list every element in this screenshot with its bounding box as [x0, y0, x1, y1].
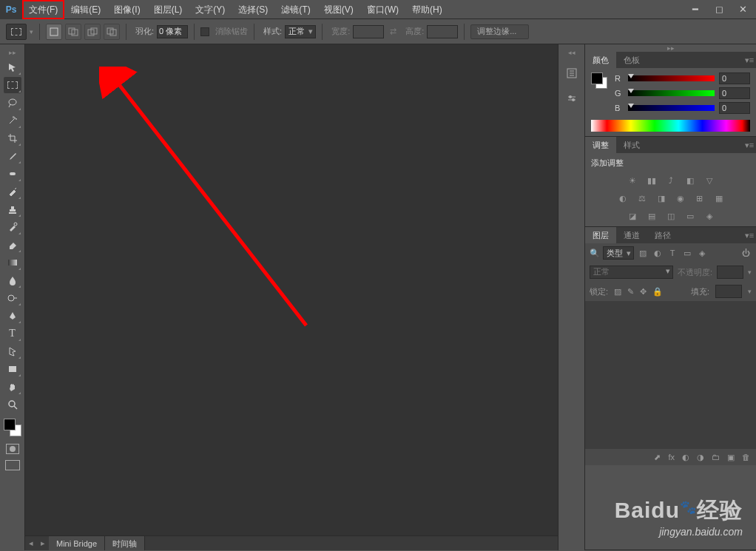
menu-select[interactable]: 选择(S)	[232, 0, 274, 19]
threshold-icon[interactable]: ◫	[665, 210, 677, 222]
filter-pixel-icon[interactable]: ▨	[637, 247, 649, 259]
menu-filter[interactable]: 滤镜(T)	[274, 0, 317, 19]
shape-tool[interactable]	[4, 361, 21, 377]
move-tool[interactable]	[4, 59, 21, 75]
hue-icon[interactable]: ◐	[617, 192, 629, 204]
fill-input[interactable]	[715, 285, 742, 298]
panels-collapse-icon[interactable]: ▸▸	[585, 44, 756, 52]
lock-transparent-icon[interactable]: ▨	[614, 287, 621, 297]
chip-dropdown-icon[interactable]: ▾	[30, 28, 33, 36]
path-select-tool[interactable]	[4, 343, 21, 359]
fill-dropdown-icon[interactable]: ▾	[748, 288, 752, 295]
balance-icon[interactable]: ⚖	[636, 192, 648, 204]
filter-adjust-icon[interactable]: ◐	[652, 247, 664, 259]
g-slider[interactable]	[628, 90, 715, 96]
invert-icon[interactable]: ◪	[627, 210, 638, 222]
menu-file[interactable]: 文件(F)	[22, 0, 64, 19]
brightness-icon[interactable]: ☀	[627, 175, 638, 186]
layer-filter-kind[interactable]: 类型	[603, 246, 634, 260]
minimize-button[interactable]: ━	[685, 2, 706, 17]
layers-panel-menu-icon[interactable]: ▾≡	[743, 227, 756, 243]
screenmode-button[interactable]	[5, 460, 20, 470]
active-tool-chip[interactable]	[6, 24, 27, 40]
color-swatch[interactable]	[4, 419, 21, 436]
toolbox-collapse-icon[interactable]: ▸▸	[2, 49, 23, 56]
r-value[interactable]: 0	[719, 72, 750, 84]
exposure-icon[interactable]: ◧	[684, 175, 696, 186]
refine-edge-button[interactable]: 调整边缘...	[470, 24, 529, 39]
lasso-tool[interactable]	[4, 95, 21, 111]
zoom-tool[interactable]	[4, 396, 21, 413]
eyedropper-tool[interactable]	[4, 148, 21, 164]
history-brush-tool[interactable]	[4, 219, 21, 235]
new-adjustment-icon[interactable]: ◑	[697, 453, 704, 462]
selection-subtract-button[interactable]	[84, 24, 101, 40]
selective-icon[interactable]: ◈	[703, 210, 715, 222]
menu-window[interactable]: 窗口(W)	[360, 0, 405, 19]
adjust-panel-menu-icon[interactable]: ▾≡	[743, 137, 756, 153]
tab-channels[interactable]: 通道	[616, 227, 647, 243]
tab-scroll-left-icon[interactable]: ◂	[25, 536, 37, 550]
filter-toggle[interactable]: ⏻	[740, 247, 752, 259]
hand-tool[interactable]	[4, 379, 21, 395]
r-slider[interactable]	[628, 75, 715, 81]
tab-timeline[interactable]: 时间轴	[105, 536, 145, 550]
menu-image[interactable]: 图像(I)	[107, 0, 146, 19]
link-layers-icon[interactable]: ⬈	[654, 453, 661, 462]
brush-tool[interactable]	[4, 183, 21, 200]
close-button[interactable]: ✕	[732, 2, 753, 17]
selection-intersect-button[interactable]	[104, 24, 120, 40]
menu-edit[interactable]: 编辑(E)	[64, 0, 107, 19]
menu-type[interactable]: 文字(Y)	[189, 0, 232, 19]
layer-fx-icon[interactable]: fx	[668, 453, 675, 462]
menu-view[interactable]: 视图(V)	[317, 0, 360, 19]
crop-tool[interactable]	[4, 130, 21, 146]
levels-icon[interactable]: ▮▮	[646, 175, 658, 186]
lock-pixel-icon[interactable]: ✎	[627, 287, 634, 297]
menu-layer[interactable]: 图层(L)	[147, 0, 189, 19]
properties-panel-icon[interactable]	[564, 90, 580, 107]
tab-minibridge[interactable]: Mini Bridge	[49, 536, 105, 550]
tab-adjustments[interactable]: 调整	[585, 137, 616, 153]
photo-filter-icon[interactable]: ◉	[675, 192, 686, 204]
filter-shape-icon[interactable]: ▭	[681, 247, 693, 259]
tab-swatches[interactable]: 色板	[616, 52, 647, 68]
lock-position-icon[interactable]: ✥	[640, 287, 647, 297]
type-tool[interactable]: T	[4, 325, 21, 342]
history-panel-icon[interactable]	[564, 65, 580, 81]
b-value[interactable]: 0	[719, 102, 750, 114]
gradient-tool[interactable]	[4, 254, 21, 271]
tab-color[interactable]: 颜色	[585, 52, 616, 68]
dodge-tool[interactable]	[4, 290, 21, 306]
color-panel-swatch[interactable]	[591, 72, 607, 89]
maximize-button[interactable]: ◻	[709, 2, 729, 17]
g-value[interactable]: 0	[719, 87, 750, 99]
opacity-input[interactable]	[717, 266, 743, 279]
filter-type-icon[interactable]: T	[666, 247, 678, 259]
selection-add-button[interactable]	[65, 24, 81, 40]
delete-layer-icon[interactable]: 🗑	[742, 453, 750, 462]
lookup-icon[interactable]: ▦	[713, 192, 725, 204]
wand-tool[interactable]	[4, 112, 21, 129]
blend-mode-select[interactable]: 正常	[590, 266, 673, 279]
curves-icon[interactable]: ⤴	[665, 175, 677, 186]
stamp-tool[interactable]	[4, 201, 21, 217]
marquee-tool[interactable]	[4, 77, 21, 93]
posterize-icon[interactable]: ▤	[646, 210, 658, 222]
menu-help[interactable]: 帮助(H)	[405, 0, 449, 19]
gradient-map-icon[interactable]: ▭	[684, 210, 696, 222]
new-group-icon[interactable]: 🗀	[712, 453, 720, 462]
tab-layers[interactable]: 图层	[585, 227, 616, 243]
b-slider[interactable]	[628, 105, 715, 111]
mixer-icon[interactable]: ⊞	[694, 192, 706, 204]
dock-collapse-icon[interactable]: ◂◂	[568, 49, 576, 56]
filter-smart-icon[interactable]: ◈	[696, 247, 708, 259]
blur-tool[interactable]	[4, 272, 21, 288]
feather-input[interactable]	[157, 25, 188, 38]
lock-all-icon[interactable]: 🔒	[652, 287, 663, 297]
pen-tool[interactable]	[4, 308, 21, 324]
layer-mask-icon[interactable]: ◐	[682, 453, 689, 462]
vibrance-icon[interactable]: ▽	[703, 175, 715, 186]
opacity-dropdown-icon[interactable]: ▾	[748, 268, 752, 276]
quickmask-button[interactable]	[6, 444, 19, 454]
